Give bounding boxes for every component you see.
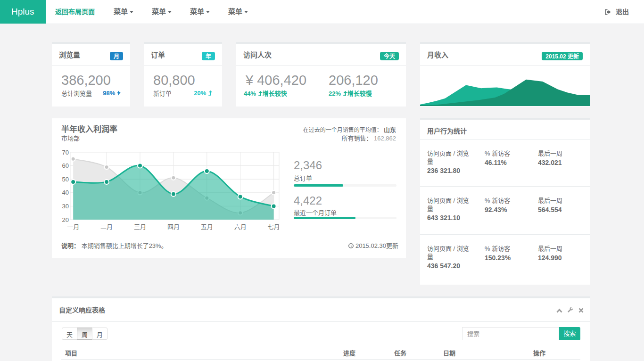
svg-text:三月: 三月 xyxy=(134,223,146,230)
svg-text:60: 60 xyxy=(62,162,69,169)
svg-text:五月: 五月 xyxy=(201,223,213,230)
svg-text:七月: 七月 xyxy=(268,223,280,230)
svg-text:40: 40 xyxy=(62,189,69,196)
svg-text:二月: 二月 xyxy=(100,223,113,230)
svg-text:四月: 四月 xyxy=(167,223,180,230)
svg-text:六月: 六月 xyxy=(234,223,247,230)
svg-text:20: 20 xyxy=(62,216,69,223)
svg-text:50: 50 xyxy=(62,176,69,183)
svg-text:一月: 一月 xyxy=(67,223,79,230)
svg-text:30: 30 xyxy=(62,203,69,210)
svg-text:70: 70 xyxy=(62,149,69,156)
